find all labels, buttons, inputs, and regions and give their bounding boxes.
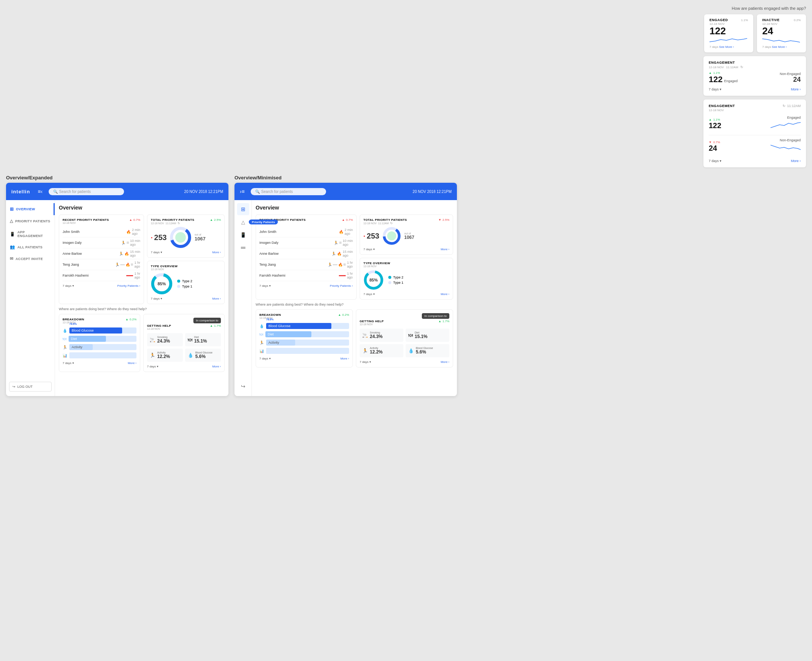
patient-row: Anne Barlow 🏃 🔥 15 minago [259,248,353,259]
eng-v2-non-number: 24 [709,144,717,152]
expanded-panel: intellin ≡‹ 🔍 Search for patients 20 NOV… [6,183,229,396]
inactive-change: 0.2% [794,18,801,22]
total-time: 11:12AM [166,222,176,225]
eng-v2-days[interactable]: 7 days ▾ [709,159,721,163]
logout-icon: ↪ [13,385,16,388]
help-item-blood-glucose: 💧 Blood Glucose 5.6% [185,349,221,362]
engagement-v1-label: Engaged [724,79,738,83]
engagement-v1-non-number: 24 [744,76,801,84]
type-title: TYPE OVERVIEW [151,265,221,268]
sidebar-min-engagement[interactable]: 📱 [237,229,249,241]
where-question: Where are patients doing best? Where do … [59,307,225,311]
eng-v2-non-label: Non-Engaged [770,138,801,142]
recent-more[interactable]: Priority Patients › [117,284,140,287]
engaged-see-more[interactable]: See More [719,45,732,49]
engagement-v1-days[interactable]: 7 days ▾ [709,88,721,91]
total-change: 2.5% [214,218,221,222]
recent-change: 0.7% [133,218,140,222]
inactive-card: INACTIVE 0.2% 12-18 NOV 24 7 days See Mo… [757,14,806,53]
engaged-sparkline-v2 [770,120,801,131]
eng-v2-more[interactable]: More › [791,159,801,163]
in-comparison-badge: In comparison to [193,318,221,323]
total-title: TOTAL PRIORITY PATIENTS [151,218,194,222]
sidebar-min-all[interactable] [237,241,249,254]
expand-icon[interactable]: ›≡ [240,188,245,195]
expanded-label: Overview/Expanded [6,175,229,180]
sidebar-item-all-patients[interactable]: 👥 ALL PATIENTS [6,241,55,253]
total-total: 1067 [195,236,205,241]
min-breakdown-card: BREAKDOWN ▲ 0.2% 12-18 NOV 💧 78.6 [256,310,353,367]
sidebar-item-overview[interactable]: ⊞ OVERVIEW [6,203,55,215]
logout-button[interactable]: ↪ LOG OUT [9,382,52,391]
help-item-smoking: 🚬 Smoking 24.3% [147,333,183,346]
expanded-search[interactable]: 🔍 Search for patients [49,188,124,195]
min-recent-days[interactable]: 7 days ▾ [259,284,271,287]
engaged-change: 1.1% [741,18,748,22]
patient-row: Imogen Daly 🏃 10 minago [259,238,353,248]
collapse-icon[interactable]: ≡‹ [38,188,43,195]
sidebar-item-engagement[interactable]: 📱 APP ENGAGEMENT [6,227,55,241]
inactive-sparkline [762,36,800,44]
smoking-icon: 🚬 [150,337,155,343]
svg-point-2 [175,232,186,243]
total-number: 253 [154,233,166,242]
min-recent-more[interactable]: Priority Patients › [330,284,353,287]
sidebar-min-priority[interactable]: △ [237,216,249,228]
breakdown-days[interactable]: 7 days ▾ [62,361,74,365]
help-days[interactable]: 7 days ▾ [147,365,158,368]
expanded-datetime: 20 NOV 2018 12:21PM [184,190,223,194]
type-overview-card: TYPE OVERVIEW 12-18 NOV 85% [147,261,225,304]
sidebar-min-overview[interactable]: ⊞ [237,203,249,215]
phone-icon: 📱 [10,232,15,237]
breakdown-title: BREAKDOWN [62,318,84,321]
help-item-activity: 🏃 Activity 12.2% [147,349,183,362]
recent-date: 12-18 NOV [62,222,140,224]
expanded-sidebar: ⊞ OVERVIEW △ PRIORITY PATIENTS 📱 APP ENG… [6,200,55,396]
sidebar-min-logout[interactable]: ↪ [237,380,249,392]
breakdown-more[interactable]: More › [128,361,136,365]
patient-row: John Smith 🔥 2 minago [62,227,140,238]
type-days[interactable]: 7 days ▾ [151,297,162,300]
activity-icon: 🏃 [150,353,155,358]
engagement-question: How are patients engaged with the app? [732,6,806,11]
eng-v2-engaged-label: Engaged [770,116,801,120]
alert-icon: △ [10,219,13,224]
engagement-v1-more[interactable]: More › [791,88,801,91]
engaged-days: 7 days [710,45,719,49]
help-more[interactable]: More › [212,365,221,368]
total-priority-card: TOTAL PRIORITY PATIENTS ▲ 2.5% 12-18 NOV… [147,214,225,258]
help-title: GETTING HELP [147,324,171,327]
diet-icon: 🍽 [188,337,192,343]
minimised-header: ›≡ 🔍 Search for patients 20 NOV 2018 12:… [235,183,457,200]
engagement-card-v2: ENGAGEMENT ↻ 11:12AM 12-18 NOV ▲ 1.1% 12… [703,99,806,167]
inactive-title: INACTIVE [762,18,780,22]
type-date: 12-18 NOV [151,268,221,271]
total-days[interactable]: 7 days ▾ [151,251,162,254]
inactive-see-more[interactable]: See More [772,45,785,49]
min-type-overview-card: TYPE OVERVIEW 12-18 NOV 85% [360,258,453,300]
grid-icon: ⊞ [10,206,14,212]
minimised-panel: ›≡ 🔍 Search for patients 20 NOV 2018 12:… [235,183,457,396]
engagement-v1-date: 12-18 NOV [709,65,724,69]
patient-row: Teng Jiang 🏃 🔥 1 hrago [259,259,353,270]
total-more[interactable]: More › [212,251,221,254]
eng-v2-change: 1.1% [713,118,720,121]
priority-patients-badge[interactable]: Priority Patients [249,220,278,225]
type-more[interactable]: More › [212,297,221,300]
diet-bar-label: Diet [69,337,77,341]
refresh-icon-v1[interactable]: ↻ [740,65,743,69]
sidebar-item-accept-invite[interactable]: ✉ ACCEPT INVITE [6,253,55,265]
engaged-sparkline [710,36,747,44]
sidebar-item-priority[interactable]: △ PRIORITY PATIENTS [6,215,55,227]
users-icon: 👥 [10,244,15,249]
eng-v2-non-change: 0.7% [713,141,720,144]
min-total-priority-card: TOTAL PRIORITY PATIENTS ▼ 2.5% 12-18 NOV… [360,214,453,255]
recent-days[interactable]: 7 days ▾ [62,284,74,287]
minimised-search[interactable]: 🔍 Search for patients [251,188,326,195]
engagement-v1-title: ENGAGEMENT [709,61,735,64]
minimised-sidebar: ⊞ △ Priority Patients 📱 ↪ [235,200,252,396]
expanded-content-title: Overview [59,204,225,211]
patient-row: Anne Barlow 🏃 🔥 15 minago [62,248,140,259]
help-change: 1.7% [214,324,221,327]
total-out-of: out of [195,233,205,236]
